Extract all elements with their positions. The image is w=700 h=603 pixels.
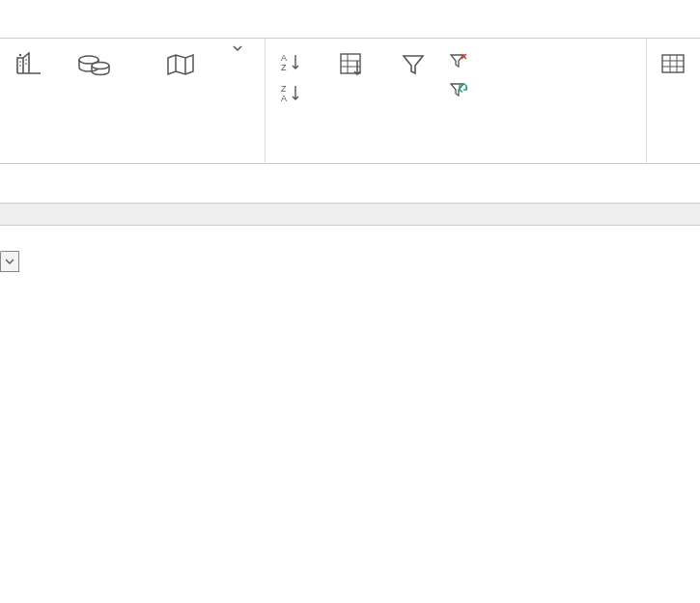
clear-filter-button[interactable] — [443, 48, 482, 73]
currencies-icon — [77, 46, 112, 83]
currencies-button[interactable] — [54, 42, 135, 91]
svg-text:Z: Z — [281, 63, 287, 71]
dropdown-list[interactable] — [0, 251, 2, 253]
column-headers — [0, 203, 700, 226]
spreadsheet-grid[interactable] — [0, 203, 700, 251]
ribbon-group-data-types — [0, 39, 266, 163]
sort-descending-icon: ZA — [281, 83, 302, 102]
svg-rect-9 — [662, 55, 684, 72]
sort-descending-button[interactable]: ZA — [275, 79, 316, 106]
reapply-filter-button[interactable] — [443, 77, 482, 102]
clear-filter-icon — [449, 52, 468, 69]
svg-text:Z: Z — [281, 84, 287, 94]
custom-sort-icon — [338, 46, 367, 83]
ribbon: AZ ZA — [0, 39, 700, 164]
svg-text:A: A — [281, 53, 287, 63]
svg-text:A: A — [281, 94, 287, 102]
geography-button[interactable] — [141, 42, 222, 91]
chevron-down-icon — [5, 257, 14, 266]
split-text-button[interactable] — [657, 42, 690, 106]
sort-ascending-icon: AZ — [281, 52, 302, 71]
ribbon-group-data-tools — [647, 39, 700, 163]
geography-icon — [166, 46, 197, 83]
custom-sort-button[interactable] — [322, 42, 383, 91]
ribbon-group-sort-filter: AZ ZA — [266, 39, 647, 163]
split-text-icon — [659, 46, 688, 83]
table-header-row — [0, 226, 700, 251]
reapply-filter-icon — [449, 81, 468, 98]
stocks-icon — [14, 46, 43, 83]
sort-ascending-button[interactable]: AZ — [275, 48, 316, 75]
stocks-button[interactable] — [10, 42, 48, 91]
sort-filter-group-label — [275, 155, 636, 161]
svg-point-0 — [19, 54, 21, 56]
data-types-group-label — [10, 155, 255, 161]
filter-icon — [401, 46, 426, 83]
data-types-more-button[interactable] — [228, 42, 247, 54]
svg-point-3 — [92, 63, 109, 69]
filter-button[interactable] — [389, 42, 437, 91]
ribbon-tabs — [0, 0, 700, 39]
dropdown-toggle-button[interactable] — [0, 251, 19, 272]
